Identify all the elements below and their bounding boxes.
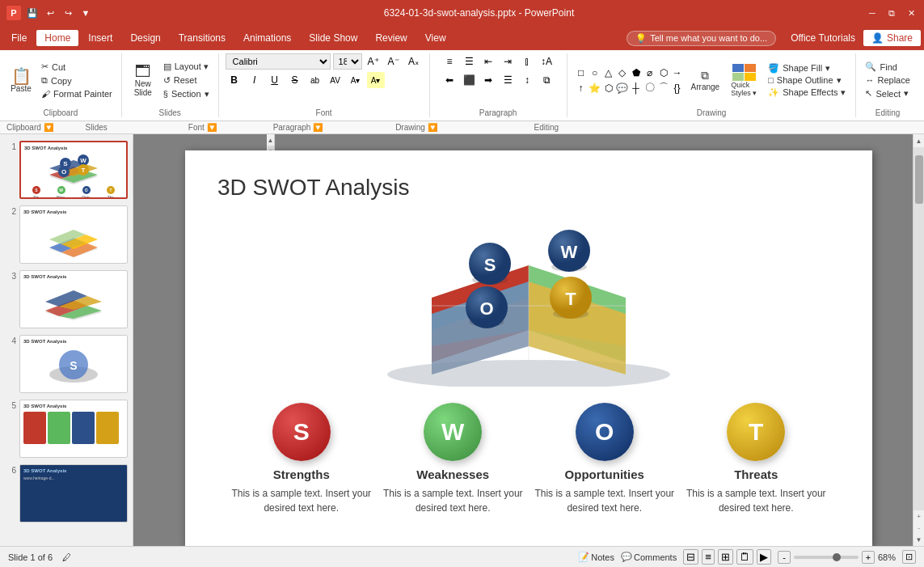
shape-cell-7[interactable]: ⬡ bbox=[656, 66, 671, 80]
scroll-up-arrow[interactable]: ▲ bbox=[268, 134, 274, 146]
quick-access-save[interactable]: 💾 bbox=[26, 6, 39, 19]
view-notes-button[interactable]: 🗒 bbox=[736, 549, 753, 565]
find-button[interactable]: 🔍 Find bbox=[863, 61, 912, 73]
slide-thumb-1[interactable]: 1 3D SWOT Analysis bbox=[5, 141, 128, 199]
slide-thumb-4[interactable]: 4 3D SWOT Analysis S bbox=[5, 335, 128, 393]
right-scroll-thumb[interactable] bbox=[915, 155, 923, 204]
zoom-in-small[interactable]: + bbox=[913, 510, 925, 522]
comments-button[interactable]: 💬 Comments bbox=[621, 552, 677, 562]
right-scroll-up[interactable]: ▲ bbox=[913, 134, 925, 147]
strikethrough-button[interactable]: S bbox=[286, 72, 304, 88]
clear-formatting-button[interactable]: Aₓ bbox=[405, 53, 423, 70]
select-button[interactable]: ↖ Select ▾ bbox=[863, 87, 912, 99]
char-spacing-button[interactable]: AV bbox=[327, 72, 344, 88]
underline-button[interactable]: U bbox=[266, 72, 284, 88]
bold-button[interactable]: B bbox=[226, 72, 243, 88]
quick-access-undo[interactable]: ↩ bbox=[44, 6, 57, 19]
reset-button[interactable]: ↺ Reset bbox=[161, 74, 212, 87]
decrease-indent-button[interactable]: ⇤ bbox=[479, 53, 497, 70]
shape-cell-14[interactable]: 〇 bbox=[643, 81, 657, 95]
menu-view[interactable]: View bbox=[417, 30, 454, 46]
menu-home[interactable]: Home bbox=[36, 30, 78, 46]
view-outline-button[interactable]: ≡ bbox=[702, 549, 715, 565]
shape-cell-12[interactable]: 💬 bbox=[615, 81, 630, 95]
shape-cell-13[interactable]: ┼ bbox=[629, 81, 643, 95]
font-color-button[interactable]: A▾ bbox=[347, 72, 365, 88]
slide-preview-3[interactable]: 3D SWOT Analysis bbox=[19, 270, 128, 328]
office-tutorials-link[interactable]: Office Tutorials bbox=[791, 32, 855, 44]
menu-design[interactable]: Design bbox=[122, 30, 168, 46]
increase-indent-button[interactable]: ⇥ bbox=[499, 53, 517, 70]
font-family-select[interactable]: Calibri bbox=[226, 53, 331, 70]
notes-button[interactable]: 📝 Notes bbox=[578, 552, 614, 562]
highlight-button[interactable]: A▾ bbox=[367, 72, 385, 88]
menu-transitions[interactable]: Transitions bbox=[171, 30, 234, 46]
slide-preview-2[interactable]: 3D SWOT Analysis bbox=[19, 205, 128, 264]
quick-styles-button[interactable]: QuickStyles ▾ bbox=[728, 62, 760, 99]
share-button[interactable]: 👤 Share bbox=[863, 30, 921, 46]
shape-cell-16[interactable]: {} bbox=[670, 81, 685, 95]
view-normal-button[interactable]: ⊟ bbox=[683, 549, 698, 565]
text-direction-button[interactable]: ↕A bbox=[538, 53, 555, 70]
slide-thumb-5[interactable]: 5 3D SWOT Analysis bbox=[5, 400, 128, 458]
menu-file[interactable]: File bbox=[3, 30, 35, 46]
bullets-button[interactable]: ≡ bbox=[441, 53, 458, 70]
slide-preview-4[interactable]: 3D SWOT Analysis S bbox=[19, 335, 128, 393]
menu-animations[interactable]: Animations bbox=[235, 30, 299, 46]
view-sorter-button[interactable]: ⊞ bbox=[718, 549, 733, 565]
quick-access-more[interactable]: ▼ bbox=[79, 6, 92, 19]
shadow-button[interactable]: ab bbox=[306, 72, 324, 88]
shape-cell-11[interactable]: ⬡ bbox=[601, 81, 616, 95]
align-right-button[interactable]: ➡ bbox=[479, 72, 497, 88]
justify-button[interactable]: ☰ bbox=[499, 72, 517, 88]
slide-preview-1[interactable]: 3D SWOT Analysis S bbox=[19, 141, 128, 199]
align-center-button[interactable]: ⬛ bbox=[460, 72, 478, 88]
slide-preview-5[interactable]: 3D SWOT Analysis bbox=[19, 400, 128, 458]
right-scroll-down[interactable]: ▼ bbox=[913, 533, 925, 546]
slide-title[interactable]: 3D SWOT Analysis bbox=[217, 175, 840, 201]
section-button[interactable]: § Section ▾ bbox=[161, 88, 212, 100]
view-reading-button[interactable]: ▶ bbox=[757, 549, 771, 565]
shape-effects-button[interactable]: ✨ Shape Effects ▾ bbox=[765, 87, 849, 99]
shape-cell-3[interactable]: △ bbox=[601, 66, 616, 80]
shape-outline-button[interactable]: □ Shape Outline ▾ bbox=[765, 74, 849, 87]
shape-cell-2[interactable]: ○ bbox=[588, 66, 602, 80]
restore-button[interactable]: ⧉ bbox=[885, 6, 898, 19]
italic-button[interactable]: I bbox=[246, 72, 264, 88]
shape-cell-1[interactable]: □ bbox=[574, 66, 589, 80]
replace-button[interactable]: ↔ Replace bbox=[863, 74, 912, 86]
menu-insert[interactable]: Insert bbox=[80, 30, 120, 46]
menu-review[interactable]: Review bbox=[367, 30, 415, 46]
zoom-in-button[interactable]: + bbox=[862, 551, 875, 564]
slide-thumb-2[interactable]: 2 3D SWOT Analysis bbox=[5, 205, 128, 264]
copy-button[interactable]: ⧉ Copy bbox=[39, 74, 115, 87]
right-scroll-track[interactable] bbox=[913, 147, 925, 510]
smart-art-button[interactable]: ⧉ bbox=[538, 72, 555, 88]
layout-button[interactable]: ▤ Layout ▾ bbox=[161, 61, 212, 73]
zoom-out-small[interactable]: - bbox=[913, 522, 925, 533]
fit-to-window-button[interactable]: ⊡ bbox=[902, 550, 916, 564]
decrease-font-button[interactable]: A⁻ bbox=[385, 53, 403, 70]
shape-cell-4[interactable]: ◇ bbox=[615, 66, 630, 80]
zoom-track[interactable] bbox=[794, 556, 859, 559]
paste-button[interactable]: 📋 Paste bbox=[6, 66, 36, 95]
format-painter-button[interactable]: 🖌 Format Painter bbox=[39, 88, 115, 99]
columns-button[interactable]: ⫿ bbox=[518, 53, 536, 70]
line-spacing-button[interactable]: ↕ bbox=[518, 72, 536, 88]
numbering-button[interactable]: ☰ bbox=[460, 53, 478, 70]
zoom-out-button[interactable]: - bbox=[778, 551, 791, 564]
new-slide-button[interactable]: 🗔 NewSlide bbox=[129, 61, 158, 99]
minimize-button[interactable]: ─ bbox=[866, 6, 879, 19]
shape-cell-6[interactable]: ⌀ bbox=[643, 66, 657, 80]
slide-thumb-6[interactable]: 6 3D SWOT Analysis www.heritage-d... bbox=[5, 464, 128, 523]
close-button[interactable]: ✕ bbox=[905, 6, 918, 19]
shape-cell-8[interactable]: → bbox=[670, 66, 685, 80]
shape-cell-9[interactable]: ↑ bbox=[574, 81, 589, 95]
tell-me-input[interactable]: 💡 Tell me what you want to do... bbox=[627, 31, 776, 46]
align-left-button[interactable]: ⬅ bbox=[441, 72, 458, 88]
shape-fill-button[interactable]: 🪣 Shape Fill ▾ bbox=[765, 62, 849, 74]
menu-slideshow[interactable]: Slide Show bbox=[301, 30, 365, 46]
shape-cell-15[interactable]: ⌒ bbox=[656, 81, 671, 95]
font-size-select[interactable]: 18 bbox=[333, 53, 362, 70]
cut-button[interactable]: ✂ Cut bbox=[39, 61, 115, 73]
